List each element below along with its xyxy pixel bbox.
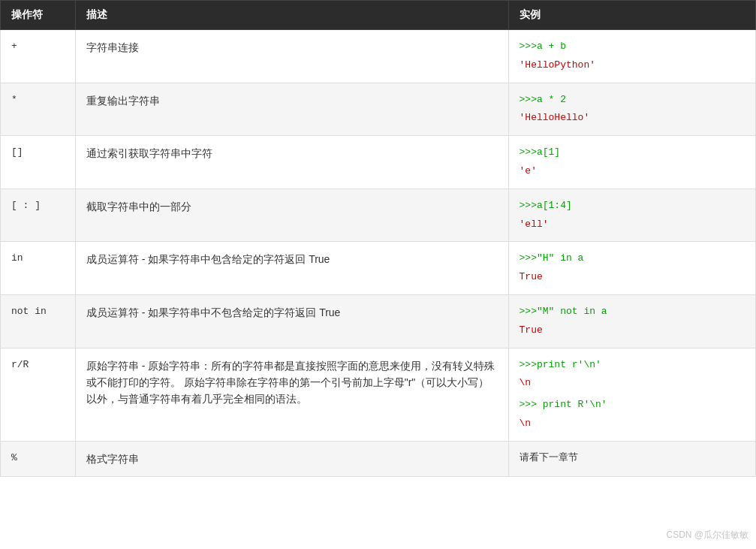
prompt-text: >>>a[1:4]	[520, 200, 572, 211]
ex-cell-5: >>>"M" not in aTrue	[508, 294, 755, 348]
desc-cell-1: 重复输出字符串	[75, 83, 508, 136]
code-prompt: >>>"M" not in a	[520, 304, 745, 320]
code-output: 'ell'	[520, 217, 745, 233]
code-output: True	[520, 270, 745, 285]
code-output: True	[520, 323, 745, 339]
ex-cell-3: >>>a[1:4]'ell'	[508, 189, 755, 242]
code-prompt: >>>print r'\n'	[520, 357, 745, 373]
header-ex: 实例	[508, 1, 755, 30]
desc-cell-4: 成员运算符 - 如果字符串中包含给定的字符返回 True	[75, 242, 508, 295]
op-cell-7: %	[1, 441, 76, 476]
prompt-text: >>>"H" in a	[520, 252, 584, 264]
desc-cell-7: 格式字符串	[75, 441, 508, 476]
desc-cell-5: 成员运算符 - 如果字符串中不包含给定的字符返回 True	[75, 294, 508, 348]
op-cell-0: +	[1, 30, 76, 83]
header-desc: 描述	[75, 1, 508, 30]
code-output: \n	[520, 376, 745, 391]
desc-cell-3: 截取字符串中的一部分	[75, 189, 508, 242]
op-cell-3: [ : ]	[1, 189, 76, 242]
code-prompt: >>>a[1]	[520, 145, 745, 161]
desc-cell-6: 原始字符串 - 原始字符串：所有的字符串都是直接按照字面的意思来使用，没有转义特…	[75, 348, 508, 441]
ex-cell-0: >>>a + b'HelloPython'	[508, 30, 755, 83]
ex-cell-4: >>>"H" in aTrue	[508, 242, 755, 295]
op-cell-5: not in	[1, 294, 76, 348]
op-cell-2: []	[1, 136, 76, 189]
desc-cell-2: 通过索引获取字符串中字符	[75, 136, 508, 189]
op-cell-6: r/R	[1, 348, 76, 441]
code-output2: \n	[520, 416, 745, 432]
op-cell-4: in	[1, 242, 76, 295]
ex-cell-6: >>>print r'\n'\n>>> print R'\n'\n	[508, 348, 755, 441]
desc-cell-0: 字符串连接	[75, 30, 508, 83]
code-output: 'HelloHello'	[520, 110, 745, 126]
code-prompt2: >>> print R'\n'	[520, 397, 745, 413]
ex-cell-7: 请看下一章节	[508, 441, 755, 476]
code-prompt: >>>a + b	[520, 39, 745, 55]
code-output: 'HelloPython'	[520, 58, 745, 74]
code-prompt: >>>"H" in a	[520, 251, 745, 267]
code-prompt: >>>a[1:4]	[520, 198, 745, 214]
prompt-text: >>>"M" not in a	[520, 306, 607, 317]
op-cell-1: *	[1, 83, 76, 136]
code-output: 'e'	[520, 164, 745, 179]
prompt-text: >>>a + b	[520, 41, 566, 52]
ex-cell-1: >>>a * 2'HelloHello'	[508, 83, 755, 136]
table-body: +字符串连接>>>a + b'HelloPython'*重复输出字符串>>>a …	[1, 30, 756, 477]
header-op: 操作符	[1, 1, 76, 30]
plain-text: 请看下一章节	[520, 451, 745, 466]
ex-cell-2: >>>a[1]'e'	[508, 136, 755, 189]
prompt-text: >>>a * 2	[520, 94, 566, 105]
prompt-text: >>>print r'\n'	[520, 359, 601, 370]
code-prompt: >>>a * 2	[520, 92, 745, 108]
prompt2-text: >>> print R'\n'	[520, 399, 607, 410]
prompt-text: >>>a[1]	[520, 146, 561, 158]
